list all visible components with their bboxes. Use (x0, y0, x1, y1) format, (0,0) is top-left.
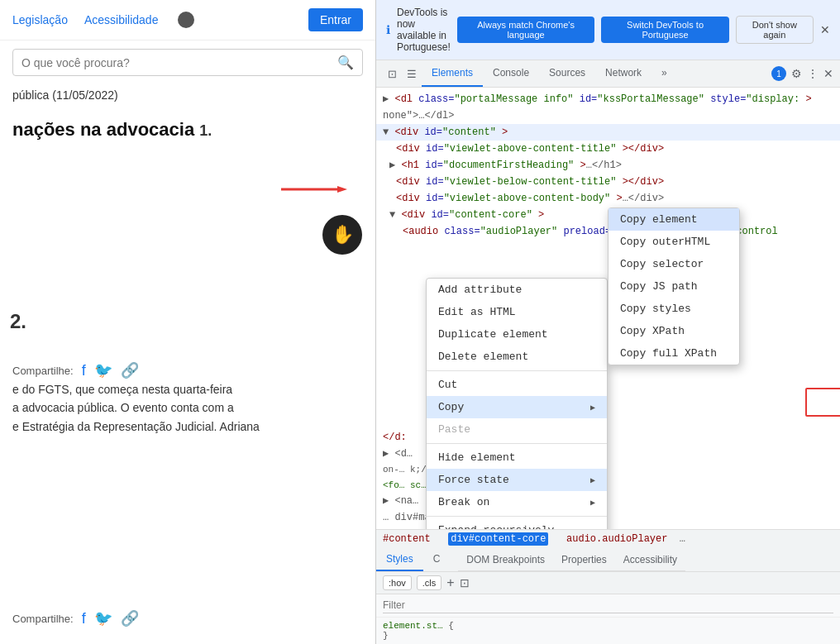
bc-div-content-core[interactable]: div#content-core (448, 532, 548, 546)
cm-duplicate-element[interactable]: Duplicate element (427, 323, 607, 346)
share-row-1: Compartilhe: f 🐦 🔗 (12, 361, 139, 379)
share-row-2: Compartilhe: f 🐦 🔗 (12, 609, 139, 627)
tab-more[interactable]: » (651, 60, 677, 87)
submenu-arrow-force: ▶ (590, 475, 595, 485)
twitter-icon[interactable]: 🐦 (94, 361, 112, 379)
nav-acessibilidade[interactable]: Acessibilidade (84, 13, 159, 26)
webpage-nav: Legislação Acessibilidade Entrar (0, 0, 375, 41)
tab-sources[interactable]: Sources (539, 60, 595, 87)
tab-elements[interactable]: Elements (422, 60, 483, 87)
twitter-icon-2[interactable]: 🐦 (94, 609, 112, 627)
facebook-icon-2[interactable]: f (82, 610, 86, 627)
webpage-panel: Legislação Acessibilidade Entrar 🔍 públi… (0, 0, 376, 644)
styles-content: element.st… { } (376, 618, 840, 644)
cm-paste: Paste (427, 418, 607, 441)
devtools-icon-inspect[interactable]: ☰ (402, 61, 422, 87)
notification-text: DevTools is now available in Portuguese! (397, 7, 451, 53)
arrow-pointer (281, 186, 347, 193)
search-icon: 🔍 (337, 55, 354, 70)
dom-line: none">…</dl> (376, 107, 840, 124)
styles-toolbar: :hov .cls + ⊡ (376, 572, 840, 594)
devtools-tab-bar: ⊡ ☰ Elements Console Sources Network » 1… (376, 60, 840, 88)
cm-delete-element[interactable]: Delete element (427, 346, 607, 368)
tab-computed[interactable]: C (423, 548, 451, 571)
dom-line: ▶ <dl class="portalMessage info" id="kss… (376, 91, 840, 107)
dont-show-again-button[interactable]: Don't show again (736, 16, 814, 44)
info-icon: ℹ (386, 23, 390, 36)
copy-submenu[interactable]: Copy element Copy outerHTML Copy selecto… (608, 208, 740, 365)
cm-hide-element[interactable]: Hide element (427, 446, 607, 469)
csub-copy-selector[interactable]: Copy selector (609, 253, 739, 275)
login-button[interactable]: Entrar (308, 8, 363, 31)
devtools-notification: ℹ DevTools is now available in Portugues… (376, 0, 840, 60)
tab-dom-breakpoints[interactable]: DOM Breakpoints (458, 549, 553, 570)
csub-copy-element[interactable]: Copy element (609, 208, 739, 231)
tab-network[interactable]: Network (595, 60, 651, 87)
csub-copy-outerhtml[interactable]: Copy outerHTML (609, 231, 739, 253)
tab-accessibility[interactable]: Accessibility (615, 549, 685, 570)
bc-audio[interactable]: audio.audioPlayer (566, 533, 667, 545)
cls-button[interactable]: .cls (417, 575, 442, 590)
csub-copy-full-xpath[interactable]: Copy full XPath (609, 342, 739, 365)
cm-break-on[interactable]: Break on ▶ (427, 491, 607, 513)
search-input[interactable] (21, 56, 337, 69)
settings-icon[interactable]: ⚙ (791, 67, 802, 80)
close-devtools-icon[interactable]: ✕ (823, 67, 833, 80)
switch-portuguese-button[interactable]: Switch DevTools to Portuguese (601, 17, 728, 43)
cm-copy[interactable]: Copy ▶ (427, 396, 607, 418)
page-title: nações na advocacia 1. (0, 106, 375, 155)
csub-copy-xpath[interactable]: Copy XPath (609, 320, 739, 342)
dom-line: <div id="viewlet-below-content-title" ><… (376, 174, 840, 190)
link-icon[interactable]: 🔗 (121, 361, 139, 379)
more-options-icon[interactable]: ⋮ (807, 67, 819, 80)
cm-divider-1 (427, 370, 607, 371)
dom-line: <div id="viewlet-above-content-body" >…<… (376, 190, 840, 207)
link-icon-2[interactable]: 🔗 (121, 609, 139, 627)
date-label: pública (11/05/2022) (0, 84, 375, 106)
submenu-arrow-break: ▶ (590, 498, 595, 508)
styles-filter-row (376, 594, 840, 618)
context-menu[interactable]: Add attribute Edit as HTML Duplicate ele… (426, 278, 608, 529)
dom-line: ▶ <h1 id="documentFirstHeading" >…</h1> (376, 157, 840, 174)
breadcrumb-bar: #content div#content-core audio.audioPla… (376, 529, 840, 548)
cm-add-attribute[interactable]: Add attribute (427, 279, 607, 301)
devtools-badge: 1 (771, 66, 786, 81)
tab-properties[interactable]: Properties (553, 549, 615, 570)
body-text: e do FGTS, que começa nesta quarta-feira… (12, 380, 363, 436)
styles-tab-bar: Styles C DOM Breakpoints Properties Acce… (376, 548, 840, 572)
hov-button[interactable]: :hov (383, 575, 412, 590)
csub-copy-jspath[interactable]: Copy JS path (609, 275, 739, 298)
add-style-icon[interactable]: + (446, 575, 454, 590)
step2-label: 2. (0, 310, 36, 333)
cm-expand-recursively[interactable]: Expand recursively (427, 519, 607, 529)
styles-filter-input[interactable] (383, 598, 833, 613)
cm-divider-2 (427, 443, 607, 444)
dom-line: <div id="viewlet-above-content-title" ><… (376, 141, 840, 157)
tab-console[interactable]: Console (483, 60, 539, 87)
submenu-arrow-copy: ▶ (590, 403, 595, 413)
facebook-icon[interactable]: f (82, 362, 86, 379)
devtools-panel: ℹ DevTools is now available in Portugues… (376, 0, 840, 644)
bottom-tab-group: DOM Breakpoints Properties Accessibility (458, 549, 685, 571)
close-notification-icon[interactable]: ✕ (820, 23, 830, 36)
match-language-button[interactable]: Always match Chrome's language (457, 17, 595, 43)
dom-line-content: ▼ <div id="content" > (376, 124, 840, 141)
step1-label: 1. (199, 122, 212, 139)
tab-styles[interactable]: Styles (376, 548, 423, 571)
accessibility-icon (178, 12, 194, 28)
devtools-toolbar-icons: 1 ⚙ ⋮ ✕ (771, 66, 833, 81)
search-bar[interactable]: 🔍 (12, 49, 363, 76)
cm-divider-3 (427, 516, 607, 517)
cm-cut[interactable]: Cut (427, 374, 607, 396)
bc-div-main[interactable]: #content (383, 533, 431, 545)
hand-icon-button[interactable]: ✋ (322, 215, 362, 255)
cm-force-state[interactable]: Force state ▶ (427, 469, 607, 491)
cm-edit-html[interactable]: Edit as HTML (427, 301, 607, 323)
expand-icon[interactable]: ⊡ (460, 576, 470, 589)
csub-copy-styles[interactable]: Copy styles (609, 298, 739, 320)
dom-tree[interactable]: ▶ <dl class="portalMessage info" id="kss… (376, 88, 840, 529)
nav-legislacao[interactable]: Legislação (12, 13, 68, 26)
devtools-icon-elements[interactable]: ⊡ (383, 61, 402, 87)
